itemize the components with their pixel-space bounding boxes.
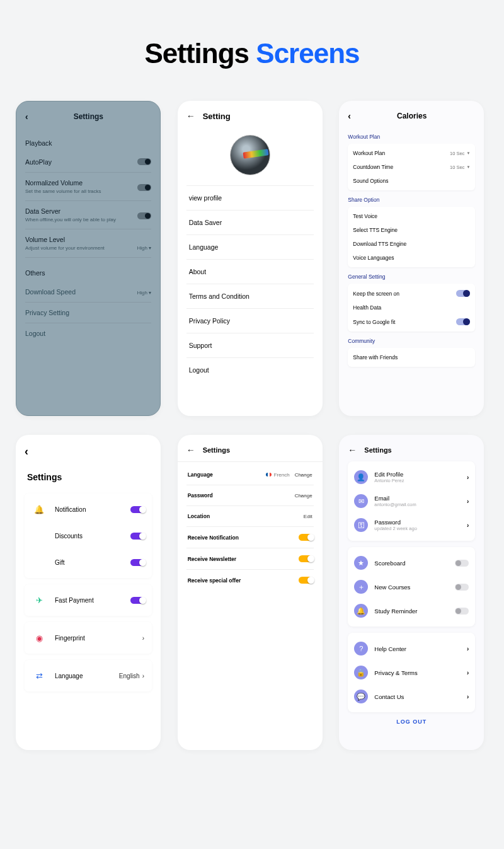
back-arrow-icon[interactable]: ←	[186, 445, 195, 455]
item-logout[interactable]: Logout	[186, 357, 314, 382]
row-scoreboard[interactable]: ★ Scoreboard	[354, 551, 469, 575]
row-share-friends[interactable]: Share with Friends	[353, 350, 470, 364]
screen-on-toggle[interactable]	[456, 290, 470, 297]
newsletter-toggle[interactable]	[299, 555, 312, 562]
chevron-down-icon: ▾	[149, 245, 151, 251]
gift-label: Gift	[55, 559, 65, 566]
header-title: Settings	[203, 446, 314, 454]
item-language[interactable]: Language	[186, 234, 314, 259]
row-data-server[interactable]: Data Server When offline,you will only b…	[25, 201, 151, 229]
title-part2: Screens	[256, 38, 359, 69]
row-edit-profile[interactable]: 👤 Edit ProfileAntonio Perez ›	[354, 465, 469, 489]
row-password[interactable]: ⚿ Passwordupdated 2 week ago ›	[354, 513, 469, 537]
item-terms[interactable]: Terms and Condition	[186, 284, 314, 308]
item-support[interactable]: Support	[186, 333, 314, 357]
row-discounts[interactable]: Discounts	[32, 523, 144, 549]
health-data-label: Health Data	[353, 304, 381, 311]
privacy-title: Privacy & Terms	[374, 669, 461, 676]
notif-toggle[interactable]	[299, 534, 312, 541]
row-test-voice[interactable]: Test Voice	[353, 209, 470, 223]
row-download-speed[interactable]: Download Speed High▾	[25, 282, 151, 303]
screen-on-label: Keep the screen on	[353, 291, 399, 297]
screen-playback-settings: ‹ Settings Playback AutoPlay Normalized …	[16, 101, 161, 416]
courses-toggle[interactable]	[455, 584, 469, 591]
row-workout-plan[interactable]: Workout Plan 10 Sec▼	[353, 146, 470, 160]
row-privacy-setting[interactable]: Privacy Setting	[25, 303, 151, 323]
row-language[interactable]: Language French Change	[186, 465, 314, 485]
dataserver-toggle[interactable]	[137, 212, 151, 219]
gift-toggle[interactable]	[130, 559, 144, 566]
row-autoplay[interactable]: AutoPlay	[25, 152, 151, 173]
scoreboard-toggle[interactable]	[455, 560, 469, 567]
chevron-right-icon: ›	[142, 673, 144, 679]
password-label: Password	[188, 492, 290, 499]
send-icon: ✈	[32, 593, 46, 607]
contact-title: Contact Us	[374, 693, 461, 700]
row-notification[interactable]: 🔔 Notification	[32, 502, 144, 523]
avatar[interactable]	[230, 135, 270, 175]
row-new-courses[interactable]: ＋ New Courses	[354, 575, 469, 599]
location-edit-link[interactable]: Edit	[304, 514, 312, 519]
row-logout[interactable]: Logout	[25, 323, 151, 344]
item-data-saver[interactable]: Data Saver	[186, 210, 314, 234]
screen-calories: ‹ Calories Workout Plan Workout Plan 10 …	[339, 101, 484, 416]
logout-button[interactable]: LOG OUT	[348, 719, 475, 725]
reminder-toggle[interactable]	[455, 608, 469, 615]
row-volume-level[interactable]: Volume Level Adjust volume for your envi…	[25, 229, 151, 258]
row-download-tts[interactable]: Download TTS Engine	[353, 237, 470, 251]
row-receive-newsletter[interactable]: Receive Newsletter	[186, 548, 314, 570]
dataserver-sub: When offline,you will only be able to pl…	[25, 217, 120, 222]
google-fit-toggle[interactable]	[456, 318, 470, 325]
item-privacy-policy[interactable]: Privacy Policy	[186, 308, 314, 333]
row-contact-us[interactable]: 💬 Contact Us ›	[354, 684, 469, 708]
notification-toggle[interactable]	[130, 506, 144, 513]
row-health-data[interactable]: Health Data	[353, 301, 470, 315]
row-sound-options[interactable]: Sound Options	[353, 174, 470, 188]
item-about[interactable]: About	[186, 259, 314, 284]
language-change-link[interactable]: Change	[295, 472, 312, 478]
row-study-reminder[interactable]: 🔔 Study Reminder	[354, 599, 469, 623]
password-change-link[interactable]: Change	[295, 493, 312, 499]
select-tts-label: Select TTS Engine	[353, 227, 398, 233]
fastpayment-toggle[interactable]	[130, 597, 144, 604]
row-receive-notification[interactable]: Receive Notification	[186, 527, 314, 548]
row-countdown-time[interactable]: Countdown Time 10 Sec▼	[353, 160, 470, 174]
offer-toggle[interactable]	[299, 577, 312, 584]
row-location[interactable]: Location Edit	[186, 506, 314, 527]
card-language[interactable]: ⇄ Language English›	[25, 660, 152, 691]
title-part1: Settings	[144, 38, 256, 69]
chat-icon: 💬	[354, 690, 368, 703]
translate-icon: ⇄	[32, 669, 46, 683]
chevron-right-icon: ›	[467, 522, 469, 529]
email-sub: antonio@gmail.com	[374, 502, 461, 507]
back-icon[interactable]: ‹	[25, 445, 28, 458]
row-keep-screen-on[interactable]: Keep the screen on	[353, 286, 470, 301]
row-email[interactable]: ✉ Emailantonio@gmail.com ›	[354, 489, 469, 513]
fastpayment-label: Fast Payment	[55, 597, 94, 604]
normalized-toggle[interactable]	[137, 184, 151, 191]
row-normalized-volume[interactable]: Normalized Volume Set the same volume fo…	[25, 173, 151, 201]
row-select-tts[interactable]: Select TTS Engine	[353, 223, 470, 237]
autoplay-toggle[interactable]	[137, 158, 151, 165]
card-fast-payment[interactable]: ✈ Fast Payment	[25, 584, 152, 616]
card-fingerprint[interactable]: ◉ Fingerprint ›	[25, 622, 152, 654]
notif-label: Receive Notification	[188, 534, 299, 541]
star-icon: ★	[354, 556, 368, 570]
screen-profile-setting: ← Setting view profile Data Saver Langua…	[178, 101, 323, 416]
language-value: French	[274, 472, 290, 478]
discounts-toggle[interactable]	[130, 533, 144, 540]
row-voice-lang[interactable]: Voice Languages	[353, 251, 470, 265]
back-arrow-icon[interactable]: ←	[348, 445, 357, 455]
row-password[interactable]: Password Change	[186, 485, 314, 506]
download-tts-label: Download TTS Engine	[353, 241, 406, 247]
section-playback: Playback	[25, 139, 151, 147]
row-help-center[interactable]: ? Help Center ›	[354, 637, 469, 661]
row-special-offer[interactable]: Receive special offer	[186, 570, 314, 591]
row-sync-google-fit[interactable]: Sync to Google fit	[353, 315, 470, 329]
fingerprint-icon: ◉	[32, 631, 46, 645]
item-view-profile[interactable]: view profile	[186, 185, 314, 210]
row-privacy-terms[interactable]: 🔒 Privacy & Terms ›	[354, 661, 469, 684]
card-general: Keep the screen on Health Data Sync to G…	[348, 284, 475, 332]
row-gift[interactable]: Gift	[32, 549, 144, 569]
back-arrow-icon[interactable]: ←	[186, 111, 195, 121]
